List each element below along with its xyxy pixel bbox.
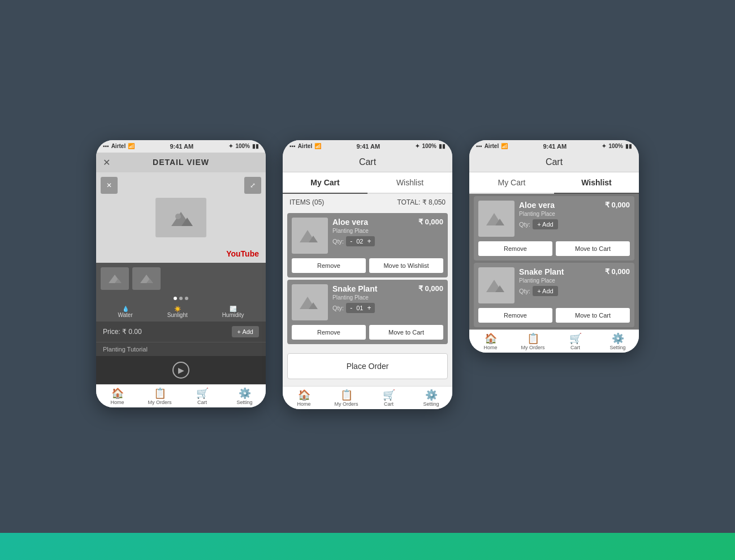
wishlist-product-details-1: Aloe vera ₹ 0,000 Planting Place Qty: + … (519, 201, 630, 229)
nav-orders[interactable]: 📋 My Orders (139, 388, 181, 405)
wishlist-add-btn-2[interactable]: + Add (533, 286, 557, 296)
wishlist-product-name-2: Snake Plant (519, 267, 564, 276)
nav-settings-3[interactable]: ⚙️ Setting (596, 333, 639, 350)
nav-orders-3[interactable]: 📋 My Orders (512, 333, 554, 350)
move-to-wishlist-button-1[interactable]: Move to Wishlist (369, 258, 443, 273)
nav-settings-2[interactable]: ⚙️ Setting (410, 390, 452, 407)
tab-wishlist[interactable]: Wishlist (368, 172, 452, 194)
thumbnail-1[interactable] (101, 267, 129, 290)
time-label: 9:41 AM (170, 143, 193, 150)
nav-cart-2[interactable]: 🛒 Cart (368, 390, 410, 407)
wishlist-item-2: Snake Plant ₹ 0,000 Planting Place Qty: … (474, 263, 634, 327)
bluetooth-icon-2: ✦ (415, 143, 420, 149)
product-sub-1: Planting Place (332, 228, 443, 234)
place-order-button[interactable]: Place Order (287, 353, 448, 379)
wifi-icon-2: 📶 (314, 143, 321, 149)
tab-wishlist-3[interactable]: Wishlist (554, 172, 639, 194)
move-to-cart-button-2[interactable]: Move to Cart (369, 325, 443, 340)
wishlist-item-2-actions: Remove Move to Cart (478, 308, 630, 323)
battery-label: 100% (235, 143, 250, 149)
cart-items-list: Aloe vera ₹ 0,000 Planting Place Qty: - … (283, 211, 452, 346)
item-1-actions: Remove Move to Wishlist (292, 258, 443, 273)
dot-3 (185, 297, 188, 300)
wifi-icon: 📶 (128, 143, 135, 149)
battery-label-2: 100% (422, 143, 436, 149)
signal-icon: ▪▪▪ (103, 143, 109, 149)
add-button[interactable]: + Add (232, 326, 259, 337)
bottom-accent-bar (0, 533, 735, 560)
wishlist-nav-title: Cart (546, 157, 563, 167)
tab-my-cart[interactable]: My Cart (283, 172, 368, 194)
close-icon[interactable]: ✕ (103, 157, 110, 168)
item-2-actions: Remove Move to Cart (292, 325, 443, 340)
product-price-2: ₹ 0,000 (418, 284, 443, 293)
wishlist-product-price-1: ₹ 0,000 (605, 201, 630, 209)
quantity-stepper-1[interactable]: - 02 + (346, 236, 375, 246)
play-button[interactable]: ▶ (172, 362, 189, 379)
cart-icon-3: 🛒 (569, 333, 582, 344)
orders-icon: 📋 (154, 388, 166, 398)
qty-decrease-2[interactable]: - (348, 304, 354, 312)
detail-nav-bar: ✕ DETAIL VIEW (96, 153, 266, 172)
product-name-1: Aloe vera (332, 218, 368, 227)
nav-home[interactable]: 🏠 Home (96, 388, 139, 405)
qty-increase-1[interactable]: + (365, 237, 373, 245)
svg-point-2 (175, 214, 181, 219)
close-overlay-icon[interactable]: ✕ (101, 177, 118, 194)
home-icon-3: 🏠 (485, 333, 497, 344)
settings-icon-3: ⚙️ (612, 333, 624, 344)
nav-cart[interactable]: 🛒 Cart (181, 388, 223, 405)
nav-cart-3[interactable]: 🛒 Cart (554, 333, 596, 350)
wishlist-product-image-2 (478, 267, 514, 303)
nav-home-2[interactable]: 🏠 Home (283, 390, 325, 407)
qty-decrease-1[interactable]: - (348, 237, 354, 245)
remove-button-2[interactable]: Remove (292, 325, 366, 340)
wishlist-remove-button-1[interactable]: Remove (478, 241, 552, 256)
nav-home-3[interactable]: 🏠 Home (469, 333, 512, 350)
status-bar-3: ▪▪▪ Airtel 📶 9:41 AM ✦ 100% ▮▮ (469, 140, 639, 153)
attr-water: 💧 Water (118, 306, 132, 318)
time-label-3: 9:41 AM (543, 143, 567, 150)
nav-orders-2[interactable]: 📋 My Orders (325, 390, 368, 407)
remove-button-1[interactable]: Remove (292, 258, 366, 273)
move-to-cart-button-wishlist-2[interactable]: Move to Cart (556, 308, 630, 323)
dot-2 (179, 297, 183, 300)
wishlist-remove-button-2[interactable]: Remove (478, 308, 552, 323)
move-to-cart-button-wishlist-1[interactable]: Move to Cart (556, 241, 630, 256)
thumb-mountain-icon-2 (138, 272, 155, 285)
cart-item-1: Aloe vera ₹ 0,000 Planting Place Qty: - … (287, 213, 448, 277)
attr-humidity: 🌫️ Humidity (222, 306, 244, 318)
product-sub-2: Planting Place (332, 294, 443, 301)
detail-image-area: ✕ ⤢ YouTube (96, 172, 266, 263)
home-icon: 🏠 (111, 388, 124, 398)
carrier-label-3: Airtel (485, 143, 499, 149)
wishlist-mountain-icon-1 (485, 210, 508, 228)
cart-tabs: My Cart Wishlist (283, 172, 452, 194)
phone-detail-view: ▪▪▪ Airtel 📶 9:41 AM ✦ 100% ▮▮ ✕ DETAIL … (96, 140, 266, 407)
expand-icon[interactable]: ⤢ (244, 177, 261, 194)
attr-sunlight: ☀️ Sunlight (167, 306, 188, 318)
product-price-1: ₹ 0,000 (418, 218, 443, 226)
bluetooth-icon: ✦ (228, 143, 233, 149)
home-icon-2: 🏠 (298, 390, 310, 400)
qty-increase-2[interactable]: + (365, 304, 373, 312)
price-row: Price: ₹ 0.00 + Add (96, 322, 266, 342)
tab-my-cart-3[interactable]: My Cart (469, 172, 554, 194)
qty-value-1: 02 (356, 238, 363, 245)
wishlist-product-image-1 (478, 201, 514, 237)
wishlist-add-btn-1[interactable]: + Add (533, 219, 557, 229)
nav-settings[interactable]: ⚙️ Setting (223, 388, 266, 405)
thumbnail-2[interactable] (132, 267, 161, 290)
quantity-stepper-2[interactable]: - 01 + (346, 303, 375, 313)
phone-wishlist: ▪▪▪ Airtel 📶 9:41 AM ✦ 100% ▮▮ Cart My C… (469, 140, 639, 353)
product-name-2: Snake Plant (332, 284, 377, 293)
battery-icon-3: ▮▮ (625, 143, 632, 149)
status-bar-1: ▪▪▪ Airtel 📶 9:41 AM ✦ 100% ▮▮ (96, 140, 266, 153)
product-image-2 (292, 284, 328, 320)
signal-icon-2: ▪▪▪ (289, 143, 296, 149)
items-count: ITEMS (05) (289, 198, 324, 206)
bottom-nav-1: 🏠 Home 📋 My Orders 🛒 Cart ⚙️ Setting (96, 384, 266, 407)
carrier-label-2: Airtel (298, 143, 313, 149)
settings-icon: ⚙️ (239, 388, 251, 398)
sun-icon: ☀️ (167, 306, 188, 312)
